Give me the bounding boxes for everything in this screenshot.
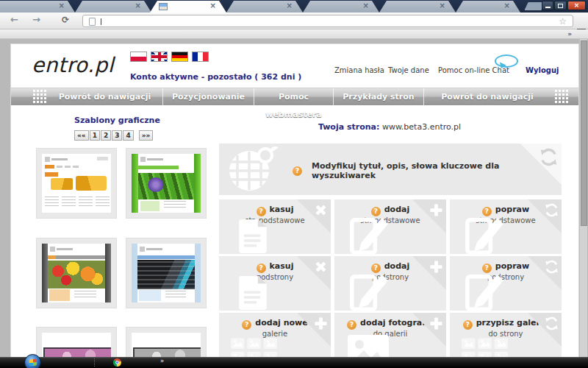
- poland-flag-icon[interactable]: [130, 52, 147, 62]
- browser-tab[interactable]: ×: [226, 1, 303, 13]
- chat-bubble-icon[interactable]: [495, 54, 518, 68]
- template-pagination: «« 1 2 3 4 »»: [74, 130, 154, 141]
- tab-close-icon[interactable]: ×: [59, 1, 65, 10]
- document-icon: [238, 219, 268, 253]
- document-edit-icon: [465, 218, 504, 255]
- tab-close-icon[interactable]: ×: [210, 1, 216, 10]
- tab-close-icon[interactable]: ×: [135, 1, 141, 10]
- tile-add-subpages[interactable]: ?dodaj podstrony: [334, 256, 446, 311]
- tile-delete-basic-pages[interactable]: ?kasuj str. podstawowe: [219, 199, 331, 254]
- uk-flag-icon[interactable]: [151, 52, 168, 62]
- tab-close-icon[interactable]: ×: [504, 1, 510, 10]
- plus-icon: [429, 260, 443, 274]
- tile-edit-subpages[interactable]: ?popraw podstrony: [450, 256, 562, 311]
- browser-tab[interactable]: ×: [456, 1, 520, 13]
- chrome-taskbar-icon[interactable]: [113, 358, 121, 367]
- bookmarks-overflow-icon[interactable]: »: [567, 30, 572, 38]
- browser-tab-active[interactable]: ×: [150, 1, 226, 13]
- help-icon[interactable]: ?: [371, 207, 381, 216]
- tab-close-icon[interactable]: ×: [440, 1, 445, 10]
- help-icon[interactable]: ?: [293, 166, 302, 176]
- tile-edit-basic-pages[interactable]: ?popraw str. podstawowe: [450, 199, 562, 254]
- tab-close-icon[interactable]: ×: [363, 1, 369, 10]
- france-flag-icon[interactable]: [192, 52, 209, 62]
- page-scrollbar[interactable]: [579, 39, 587, 357]
- nav-item-powrot-2[interactable]: Powrót do nawigacji: [424, 88, 551, 106]
- tab-favicon-icon: [159, 3, 168, 10]
- browser-tab[interactable]: ×: [303, 1, 379, 13]
- address-bar[interactable]: ☆: [82, 15, 573, 27]
- language-flags: [130, 52, 209, 62]
- help-icon[interactable]: ?: [463, 320, 473, 330]
- tab-close-icon[interactable]: ×: [287, 1, 293, 10]
- tile-action: dodaj: [384, 205, 410, 214]
- bookmark-star-icon[interactable]: ☆: [559, 16, 567, 26]
- pagination-page-button[interactable]: 4: [123, 130, 133, 141]
- pagination-page-button[interactable]: 1: [90, 130, 100, 141]
- help-icon[interactable]: ?: [482, 207, 492, 216]
- help-icon[interactable]: ?: [257, 207, 266, 216]
- bookmarks-bar: »: [0, 29, 588, 39]
- logout-link[interactable]: Wyloguj: [526, 66, 559, 74]
- your-data-link[interactable]: Twoje dane: [388, 66, 429, 74]
- grid-menu-icon[interactable]: [555, 90, 569, 104]
- template-thumbnail-trucks[interactable]: [36, 148, 117, 219]
- grid-menu-icon[interactable]: [33, 90, 47, 104]
- account-status: Konto aktywne - pozostało ( 362 dni ): [130, 72, 301, 82]
- refresh-icon: [545, 316, 559, 330]
- help-icon[interactable]: ?: [371, 263, 381, 273]
- windows-taskbar: »: [0, 357, 588, 368]
- help-icon[interactable]: ?: [257, 263, 266, 273]
- pagination-page-button[interactable]: 2: [101, 130, 111, 141]
- document-edit-icon: [465, 275, 504, 311]
- delete-x-icon: [314, 260, 328, 274]
- nav-item-pozycjonowanie[interactable]: Pozycjonowanie: [163, 88, 254, 106]
- browser-tab[interactable]: ×: [0, 1, 75, 13]
- germany-flag-icon[interactable]: [171, 52, 188, 62]
- template-thumbnail-fruits[interactable]: [36, 238, 117, 308]
- desktop-screen: × × × × × × × × ← → ⟳ ☆ » ent: [0, 0, 588, 368]
- tile-delete-subpages[interactable]: ?kasuj podstrony: [219, 256, 331, 311]
- forward-button[interactable]: →: [32, 14, 40, 25]
- back-button[interactable]: ←: [10, 14, 18, 25]
- taskbar-overflow-icon[interactable]: »: [160, 358, 164, 364]
- reload-button[interactable]: ⟳: [62, 15, 69, 25]
- browser-tab[interactable]: ×: [75, 1, 151, 13]
- delete-x-icon: [314, 203, 328, 217]
- pagination-last-button[interactable]: »»: [139, 130, 154, 141]
- help-icon[interactable]: ?: [482, 263, 492, 273]
- page-icon: [89, 18, 96, 26]
- plus-icon: [429, 203, 443, 217]
- help-icon[interactable]: ?: [347, 320, 356, 330]
- plus-icon: [314, 316, 328, 330]
- document-icon: [238, 276, 268, 310]
- template-thumbnail-keyboard[interactable]: [126, 238, 207, 308]
- scrollbar-thumb[interactable]: [581, 40, 587, 226]
- tile-action: dodaj: [384, 261, 410, 271]
- your-site-url: www.beta3.entro.pl: [382, 122, 461, 132]
- templates-title: Szablony graficzne: [74, 116, 160, 125]
- help-icon[interactable]: ?: [242, 320, 251, 330]
- maximize-button[interactable]: [554, 1, 567, 10]
- text-caret: [101, 18, 101, 25]
- your-site-line: Twoja strona: www.beta3.entro.pl: [217, 122, 562, 132]
- tile-action: kasuj: [270, 205, 294, 214]
- pagination-first-button[interactable]: ««: [74, 130, 89, 141]
- windows-start-button[interactable]: [24, 354, 41, 368]
- change-password-link[interactable]: Zmiana hasła: [334, 66, 384, 74]
- document-edit-icon: [349, 218, 389, 255]
- nav-item-pomoc-webmastera[interactable]: Pomoc webmastera: [254, 88, 334, 106]
- nav-item-powrot-1[interactable]: Powrót do nawigacji: [47, 88, 163, 106]
- close-button[interactable]: ×: [567, 1, 586, 10]
- browser-tabstrip: × × × × × × × ×: [0, 0, 588, 13]
- your-site-label: Twoja strona:: [318, 122, 379, 132]
- browser-tab[interactable]: ×: [379, 1, 456, 13]
- nav-item-przyklady-stron[interactable]: Przykłady stron: [334, 88, 424, 106]
- template-thumbnail-flower[interactable]: [126, 148, 207, 219]
- tile-add-basic-pages[interactable]: ?dodaj str. podstawowe: [334, 199, 446, 254]
- minimize-button[interactable]: [542, 1, 553, 10]
- seo-settings-tile[interactable]: ? Modyfikuj tytuł, opis, słowa kluczowe …: [219, 144, 562, 195]
- close-icon: ×: [574, 2, 580, 9]
- refresh-icon: [539, 148, 558, 166]
- pagination-page-button[interactable]: 3: [112, 130, 122, 141]
